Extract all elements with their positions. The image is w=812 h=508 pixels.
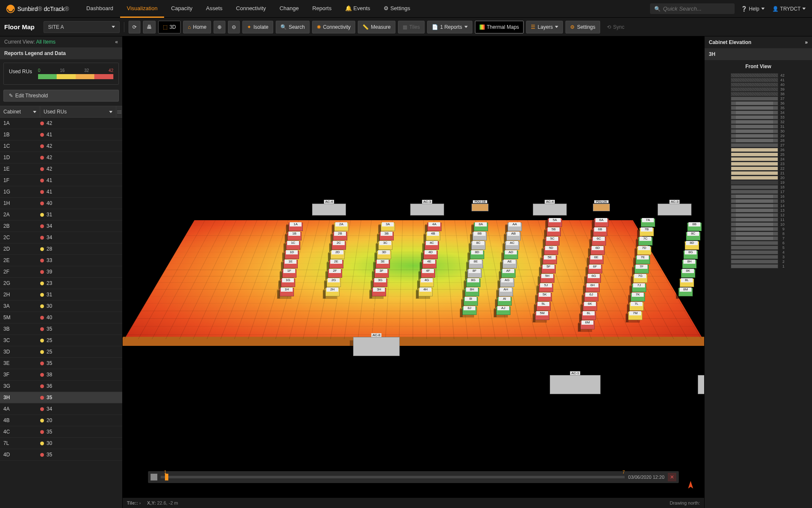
quick-search[interactable]: 🔍 bbox=[650, 3, 735, 14]
cabinet-3d[interactable]: 3D bbox=[377, 251, 391, 259]
cabinet-3d[interactable]: 8M bbox=[678, 288, 693, 296]
nav-tab-reports[interactable]: Reports bbox=[305, 0, 338, 18]
search-button[interactable]: 🔍Search bbox=[276, 21, 310, 33]
table-row[interactable]: 4C35 bbox=[0, 426, 122, 438]
measure-button[interactable]: 📏Measure bbox=[358, 21, 395, 33]
cabinet-3d[interactable]: 5A bbox=[548, 218, 562, 227]
table-row[interactable]: 1F41 bbox=[0, 175, 122, 186]
cabinet-3d[interactable]: 6A bbox=[594, 218, 609, 227]
cabinet-3d[interactable]: 6F bbox=[588, 265, 602, 273]
ru-slot[interactable]: 15 bbox=[731, 199, 786, 203]
table-row[interactable]: 7L30 bbox=[0, 438, 122, 449]
nav-tab-visualization[interactable]: Visualization bbox=[120, 0, 165, 18]
ru-slot[interactable]: 17 bbox=[731, 189, 786, 194]
cabinet-3d[interactable]: 8G bbox=[683, 251, 698, 259]
ac-unit[interactable]: AC-4 bbox=[533, 204, 567, 215]
cabinet-3d[interactable]: 6E bbox=[589, 256, 604, 264]
user-menu[interactable]: 👤TRYDCT bbox=[772, 6, 806, 12]
ru-slot[interactable]: 19 bbox=[731, 180, 786, 185]
table-row[interactable]: 1E42 bbox=[0, 163, 122, 175]
thermal-maps-button[interactable]: Thermal Maps bbox=[475, 21, 524, 33]
table-row[interactable]: 1D42 bbox=[0, 152, 122, 163]
col-cabinet[interactable]: Cabinet bbox=[0, 106, 40, 117]
cabinet-3d[interactable]: 8J bbox=[462, 306, 477, 315]
cabinet-3d[interactable]: 4B bbox=[426, 232, 440, 240]
table-row[interactable]: 3D25 bbox=[0, 346, 122, 358]
ru-slot[interactable]: 24 bbox=[731, 157, 786, 161]
home-button[interactable]: ⌂Home bbox=[183, 21, 211, 33]
ru-slot[interactable]: 20 bbox=[731, 175, 786, 180]
ru-slot[interactable]: 7 bbox=[731, 236, 786, 240]
table-row[interactable]: 2C34 bbox=[0, 232, 122, 243]
cabinet-3d[interactable]: 7D bbox=[637, 246, 651, 255]
cabinet-3d[interactable]: AG bbox=[500, 279, 514, 287]
table-row[interactable]: 2D28 bbox=[0, 243, 122, 255]
tiles-button[interactable]: ▦Tiles bbox=[398, 21, 425, 33]
cabinet-3d[interactable]: 6K bbox=[583, 302, 597, 311]
cabinet-3d[interactable]: 7G bbox=[633, 274, 647, 283]
cabinet-3d[interactable]: 1E bbox=[283, 260, 298, 268]
ac-unit[interactable]: AC-1 bbox=[550, 375, 601, 394]
timeline-bar[interactable]: 1 7 03/06/2020 12:20 ✕ bbox=[148, 471, 679, 483]
cabinet-3d[interactable]: 3A bbox=[381, 223, 395, 231]
cabinet-3d[interactable]: 8D bbox=[470, 251, 484, 259]
cabinet-3d[interactable]: 1F bbox=[282, 269, 296, 278]
zoom-out-button[interactable]: ⊖ bbox=[228, 21, 240, 33]
cabinet-3d[interactable]: AB bbox=[506, 232, 521, 240]
cabinet-3d[interactable]: 8C bbox=[686, 232, 700, 240]
ac-unit[interactable]: AC-8 bbox=[353, 337, 400, 356]
table-row[interactable]: 1C42 bbox=[0, 141, 122, 152]
edit-threshold-button[interactable]: ✎Edit Threshold bbox=[3, 90, 119, 102]
ru-slot[interactable]: 38 bbox=[731, 91, 786, 96]
ru-slot[interactable]: 5 bbox=[731, 245, 786, 250]
ru-slot[interactable]: 1 bbox=[731, 264, 786, 268]
cabinet-3d[interactable]: 7M bbox=[628, 312, 642, 320]
cabinet-3d[interactable]: 6J bbox=[584, 293, 598, 301]
zoom-in-button[interactable]: ⊕ bbox=[214, 21, 225, 33]
cabinet-3d[interactable]: 2A bbox=[334, 223, 348, 231]
nav-tab-dashboard[interactable]: Dashboard bbox=[80, 0, 120, 18]
print-button[interactable]: 🖶 bbox=[143, 21, 156, 33]
cabinet-3d[interactable]: 6M bbox=[580, 321, 595, 329]
nav-tab-change[interactable]: Change bbox=[273, 0, 306, 18]
ru-slot[interactable]: 12 bbox=[731, 213, 786, 217]
ru-slot[interactable]: 23 bbox=[731, 161, 786, 166]
nav-tab-settings[interactable]: ⚙ Settings bbox=[377, 0, 417, 18]
isolate-button[interactable]: ✦Isolate bbox=[242, 21, 273, 33]
ru-slot[interactable]: 39 bbox=[731, 87, 786, 91]
cabinet-3d[interactable]: 5J bbox=[539, 284, 553, 292]
cabinet-3d[interactable]: AA bbox=[508, 223, 522, 231]
ru-slot[interactable]: 25 bbox=[731, 152, 786, 157]
3d-toggle[interactable]: ⬚3D bbox=[158, 21, 181, 33]
pdu-unit[interactable]: PDU-1B bbox=[472, 204, 488, 211]
cabinet-3d[interactable]: AH bbox=[499, 288, 513, 296]
ru-slot[interactable]: 13 bbox=[731, 208, 786, 213]
cabinet-3d[interactable]: 7E bbox=[636, 256, 650, 264]
nav-tab-events[interactable]: 🔔 Events bbox=[338, 0, 377, 18]
table-row[interactable]: 1G41 bbox=[0, 186, 122, 198]
table-row[interactable]: 3A30 bbox=[0, 301, 122, 312]
cabinet-3d[interactable]: 2C bbox=[332, 241, 346, 250]
table-row[interactable]: 2G23 bbox=[0, 278, 122, 289]
cabinet-3d[interactable]: 6D bbox=[590, 246, 605, 255]
table-row[interactable]: 2E33 bbox=[0, 255, 122, 266]
cabinet-3d[interactable]: 3F bbox=[374, 269, 389, 278]
cabinet-3d[interactable]: 8L bbox=[680, 279, 694, 287]
timeline-handle[interactable] bbox=[165, 474, 168, 480]
cabinet-3d[interactable]: 5B bbox=[546, 228, 561, 236]
cabinet-3d[interactable]: 8B bbox=[687, 223, 702, 231]
cabinet-3d[interactable]: 5H bbox=[540, 274, 554, 283]
cabinet-3d[interactable]: 1C bbox=[286, 241, 300, 250]
ru-slot[interactable]: 27 bbox=[731, 143, 786, 147]
ru-slot[interactable]: 16 bbox=[731, 194, 786, 199]
cabinet-3d[interactable]: 8D bbox=[685, 241, 699, 250]
cabinet-3d[interactable]: 4D bbox=[423, 251, 438, 259]
cabinet-3d[interactable]: 2F bbox=[328, 269, 342, 278]
table-row[interactable]: 3B35 bbox=[0, 323, 122, 335]
cabinet-3d[interactable]: 5E bbox=[543, 256, 557, 264]
cabinet-3d[interactable]: 8C bbox=[471, 241, 486, 250]
table-row[interactable]: 4A34 bbox=[0, 403, 122, 415]
table-row[interactable]: 3G36 bbox=[0, 381, 122, 392]
cabinet-3d[interactable]: 8I bbox=[464, 297, 478, 306]
ru-slot[interactable]: 9 bbox=[731, 226, 786, 231]
